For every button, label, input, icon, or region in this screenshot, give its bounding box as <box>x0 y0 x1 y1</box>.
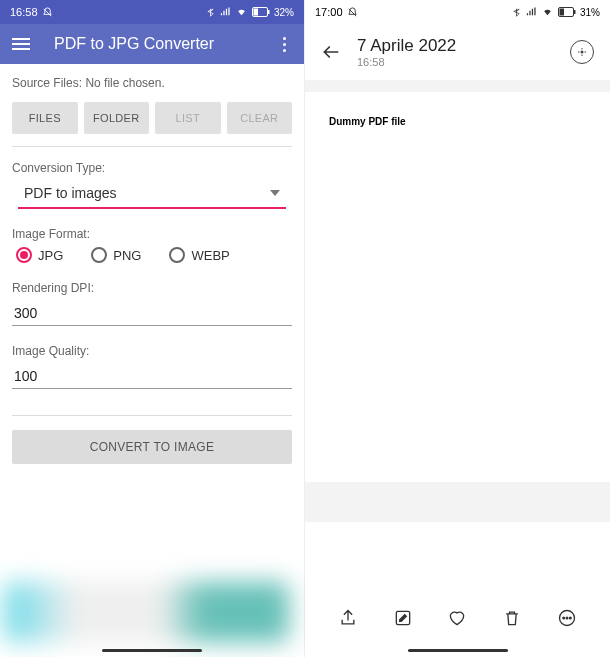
convert-button[interactable]: CONVERT TO IMAGE <box>12 430 292 464</box>
source-line: Source Files: No file chosen. <box>12 76 292 90</box>
clear-button[interactable]: CLEAR <box>227 102 293 134</box>
status-battery: 32% <box>274 7 294 18</box>
svg-point-11 <box>569 617 571 619</box>
svg-rect-2 <box>268 10 270 14</box>
conversion-type-select[interactable]: PDF to images <box>18 181 286 209</box>
battery-icon <box>558 7 576 17</box>
dropdown-icon <box>270 190 280 196</box>
status-time: 16:58 <box>10 6 38 18</box>
app-bar: PDF to JPG Converter <box>0 24 304 64</box>
radio-png[interactable]: PNG <box>91 247 141 263</box>
heart-icon[interactable] <box>447 608 467 628</box>
screen-converter: 16:58 32% PDF to JPG Converter Source Fi… <box>0 0 305 657</box>
files-button[interactable]: FILES <box>12 102 78 134</box>
svg-point-6 <box>581 51 584 54</box>
status-battery: 31% <box>580 7 600 18</box>
signal-icon <box>525 7 537 17</box>
bluetooth-icon <box>512 7 521 18</box>
ad-banner <box>3 582 289 642</box>
menu-icon[interactable] <box>12 38 30 50</box>
document-preview[interactable]: Dummy PDF file <box>305 92 610 482</box>
radio-webp[interactable]: WEBP <box>169 247 229 263</box>
bluetooth-icon <box>206 7 215 18</box>
wifi-icon <box>541 7 554 17</box>
app-title: PDF to JPG Converter <box>54 35 276 53</box>
share-icon[interactable] <box>338 608 358 628</box>
battery-icon <box>252 7 270 17</box>
conversion-type-label: Conversion Type: <box>12 161 292 175</box>
delete-icon[interactable] <box>502 608 522 628</box>
signal-icon <box>219 7 231 17</box>
status-bar: 16:58 32% <box>0 0 304 24</box>
mode-icon[interactable] <box>570 40 594 64</box>
image-format-group: JPG PNG WEBP <box>12 247 292 263</box>
status-bar: 17:00 31% <box>305 0 610 24</box>
screen-preview: 17:00 31% 7 Aprile 2022 16:58 Dummy PDF … <box>305 0 610 657</box>
dpi-input[interactable] <box>12 301 292 326</box>
preview-date: 7 Aprile 2022 <box>357 36 456 56</box>
svg-point-9 <box>563 617 565 619</box>
svg-rect-4 <box>559 9 564 16</box>
notification-muted-icon <box>347 7 358 18</box>
status-time: 17:00 <box>315 6 343 18</box>
divider <box>12 415 292 416</box>
dpi-label: Rendering DPI: <box>12 281 292 295</box>
more-icon[interactable] <box>557 608 577 628</box>
document-text: Dummy PDF file <box>329 116 586 127</box>
image-format-label: Image Format: <box>12 227 292 241</box>
quality-label: Image Quality: <box>12 344 292 358</box>
wifi-icon <box>235 7 248 17</box>
conversion-type-value: PDF to images <box>24 185 117 201</box>
folder-button[interactable]: FOLDER <box>84 102 150 134</box>
notification-muted-icon <box>42 7 53 18</box>
svg-rect-1 <box>253 9 258 16</box>
preview-time: 16:58 <box>357 56 456 68</box>
svg-point-10 <box>566 617 568 619</box>
gap <box>305 80 610 92</box>
gap <box>305 482 610 522</box>
home-indicator <box>408 649 508 652</box>
more-icon[interactable] <box>276 37 292 52</box>
divider <box>12 146 292 147</box>
preview-header: 7 Aprile 2022 16:58 <box>305 24 610 80</box>
home-indicator <box>102 649 202 652</box>
quality-input[interactable] <box>12 364 292 389</box>
svg-rect-5 <box>574 10 576 14</box>
edit-icon[interactable] <box>393 608 413 628</box>
list-button[interactable]: LIST <box>155 102 221 134</box>
back-icon[interactable] <box>321 42 341 62</box>
radio-jpg[interactable]: JPG <box>16 247 63 263</box>
bottom-toolbar <box>305 594 610 642</box>
